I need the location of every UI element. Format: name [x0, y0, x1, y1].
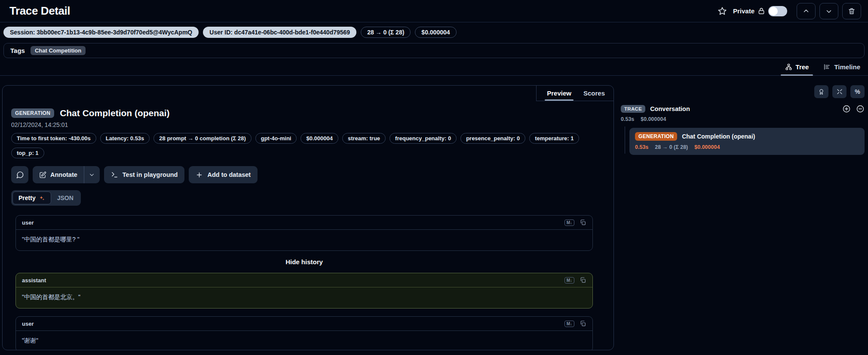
- node-tokens: 28 → 0 (Σ 28): [655, 144, 688, 150]
- message-card-user-1: user M↓ "中国的首都是哪里? ": [15, 215, 593, 251]
- meta-badge-top-p: top_p: 1: [11, 148, 44, 158]
- session-badge[interactable]: Session: 3bb00ec7-1b13-4c9b-85ee-3d9d70f…: [3, 27, 199, 38]
- chevron-down-icon: [825, 7, 833, 15]
- test-in-playground-button[interactable]: Test in playground: [104, 166, 185, 183]
- page-title: Trace Detail: [9, 4, 70, 18]
- tag-chat-competition[interactable]: Chat Competition: [31, 46, 86, 55]
- tree-toolbar: %: [621, 85, 865, 98]
- panel-tabs-row: Preview Scores: [3, 86, 613, 101]
- minus-circle-icon: [856, 105, 865, 113]
- generation-node-title: Chat Completion (openai): [682, 133, 755, 140]
- scores-medal-button[interactable]: [814, 85, 828, 98]
- collapse-tree-button[interactable]: [832, 85, 847, 98]
- annotate-dropdown-button[interactable]: [84, 166, 100, 183]
- observation-header: GENERATION Chat Completion (openai): [11, 108, 603, 118]
- trace-root-left: TRACE Conversation: [621, 105, 690, 113]
- collapse-all-button[interactable]: [856, 105, 865, 113]
- node-header: GENERATION Chat Completion (openai): [635, 132, 859, 141]
- generation-type-badge: GENERATION: [11, 108, 54, 118]
- tab-tree[interactable]: Tree: [783, 62, 811, 75]
- next-trace-button[interactable]: [819, 3, 838, 19]
- message-content: "中国的首都是北京。": [16, 287, 592, 308]
- view-mode-tabs: Tree Timeline: [0, 58, 868, 76]
- edit-pencil-icon: [39, 171, 46, 179]
- tree-expand-controls: [842, 105, 865, 113]
- terminal-icon: [111, 171, 118, 179]
- previous-trace-button[interactable]: [797, 3, 816, 19]
- observation-body: GENERATION Chat Completion (openai) 02/1…: [3, 101, 613, 350]
- format-json-segment[interactable]: JSON: [51, 191, 80, 204]
- meta-badges-row-1: Time to first token: -430.00s Latency: 0…: [11, 133, 603, 144]
- trace-name: Conversation: [650, 105, 690, 112]
- privacy-control: Private: [733, 6, 787, 16]
- dataset-label: Add to dataset: [207, 171, 251, 178]
- pretty-label: Pretty: [18, 194, 36, 201]
- markdown-toggle-icon[interactable]: M↓: [564, 219, 574, 226]
- trace-tree-panel: % TRACE Conversation 0.: [621, 85, 865, 155]
- content-area: Preview Scores GENERATION Chat Completio…: [0, 85, 868, 350]
- message-header: user M↓: [16, 317, 592, 331]
- tab-scores[interactable]: Scores: [583, 90, 605, 101]
- message-card-user-2: user M↓ "谢谢": [15, 316, 593, 350]
- user-id-badge[interactable]: User ID: dc47a41e-06bc-400d-bde1-f0e440d…: [203, 27, 356, 38]
- observation-detail-panel: Preview Scores GENERATION Chat Completio…: [2, 85, 614, 350]
- observation-timestamp: 02/12/2024, 14:25:01: [11, 121, 603, 128]
- tab-preview[interactable]: Preview: [547, 90, 571, 101]
- tree-hierarchy-icon: [785, 63, 792, 71]
- generation-node-selected[interactable]: GENERATION Chat Completion (openai) 0.53…: [629, 128, 865, 155]
- star-icon: [718, 6, 727, 16]
- bookmark-star-button[interactable]: [718, 6, 727, 16]
- annotate-button[interactable]: Annotate: [33, 166, 84, 183]
- timeline-icon: [823, 63, 831, 71]
- message-content: "谢谢": [16, 331, 592, 350]
- format-pretty-segment[interactable]: Pretty: [12, 191, 51, 204]
- playground-label: Test in playground: [123, 171, 178, 178]
- meta-badge-tokens: 28 prompt → 0 completion (Σ 28): [153, 133, 251, 144]
- markdown-toggle-icon[interactable]: M↓: [564, 321, 574, 327]
- meta-badge-frequency-penalty: frequency_penalty: 0: [390, 133, 457, 144]
- messages-list: user M↓ "中国的首都是哪里? " Hide history assist…: [15, 215, 593, 350]
- show-metrics-percent-button[interactable]: %: [850, 85, 865, 98]
- node-cost: $0.000004: [694, 144, 720, 150]
- expand-all-button[interactable]: [842, 105, 851, 113]
- header-actions: Private: [718, 3, 861, 19]
- observation-title: Chat Completion (openai): [60, 108, 170, 118]
- copy-icon[interactable]: [580, 277, 586, 284]
- delete-trace-button[interactable]: [842, 3, 861, 19]
- markdown-toggle-icon[interactable]: M↓: [564, 277, 574, 284]
- comment-bubble-icon: [16, 171, 24, 179]
- chevron-down-icon: [89, 172, 95, 178]
- trace-root-row[interactable]: TRACE Conversation: [621, 105, 865, 113]
- add-to-dataset-button[interactable]: Add to dataset: [189, 166, 258, 183]
- message-tools: M↓: [564, 320, 586, 327]
- message-role: user: [22, 219, 34, 226]
- node-latency: 0.53s: [635, 144, 648, 150]
- tab-timeline[interactable]: Timeline: [822, 62, 862, 75]
- message-header: user M↓: [16, 216, 592, 230]
- chevron-up-icon: [802, 7, 810, 15]
- plus-circle-icon: [842, 105, 851, 113]
- trash-icon: [848, 7, 856, 15]
- copy-icon[interactable]: [580, 320, 586, 327]
- collapse-icon: [836, 88, 843, 95]
- observation-actions: Annotate Test in playground: [11, 166, 603, 183]
- tab-tree-label: Tree: [796, 63, 809, 71]
- copy-icon[interactable]: [580, 219, 586, 226]
- public-sharing-toggle[interactable]: [768, 6, 787, 16]
- message-tools: M↓: [564, 219, 586, 226]
- privacy-label: Private: [733, 7, 755, 15]
- annotate-split-button: Annotate: [33, 166, 100, 183]
- meta-badge-temperature: temperature: 1: [529, 133, 579, 144]
- token-usage-badge: 28 → 0 (Σ 28): [361, 27, 411, 38]
- trace-root-metrics: 0.53s $0.000004: [621, 116, 865, 122]
- comments-button[interactable]: [11, 166, 28, 183]
- trace-cost: $0.000004: [641, 116, 666, 122]
- annotate-label: Annotate: [50, 171, 77, 178]
- hide-history-toggle[interactable]: Hide history: [15, 258, 593, 265]
- medal-icon: [818, 88, 825, 96]
- message-role: user: [22, 321, 34, 327]
- app-header: Trace Detail Private: [0, 0, 868, 22]
- cost-badge: $0.000004: [415, 27, 456, 38]
- meta-badge-latency: Latency: 0.53s: [100, 133, 150, 144]
- format-toggle: Pretty JSON: [11, 190, 81, 206]
